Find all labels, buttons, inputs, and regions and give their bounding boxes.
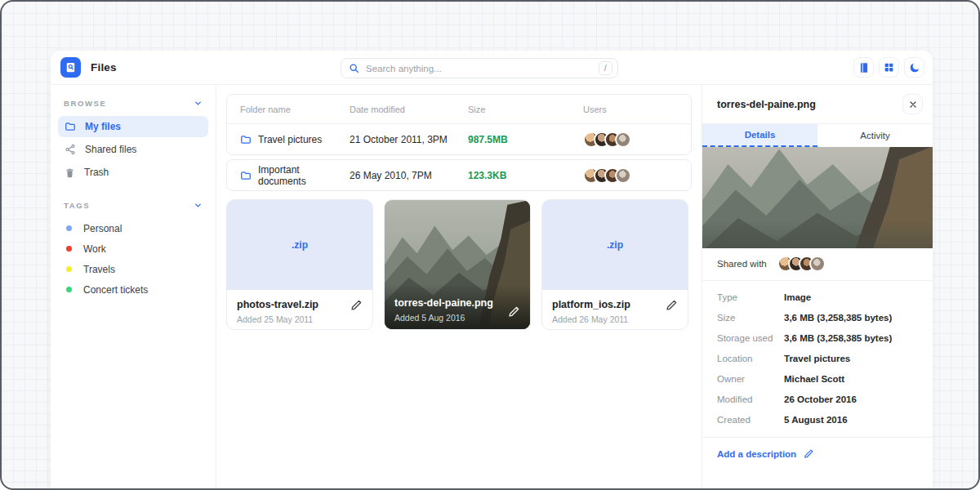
grid-view-button[interactable] [879, 57, 899, 78]
search-shortcut-key: / [599, 61, 612, 75]
tab-activity[interactable]: Activity [817, 124, 933, 147]
pencil-icon [350, 299, 363, 311]
dark-mode-button[interactable] [904, 57, 924, 78]
folder-size: 987.5MB [468, 134, 583, 145]
tag-item-travels[interactable]: Travels [58, 259, 208, 279]
search-placeholder: Search anything... [366, 64, 592, 74]
zip-badge: .zip [292, 239, 308, 251]
file-added-date: Added 5 Aug 2016 [394, 313, 493, 323]
table-row[interactable]: Travel pictures 21 October 2011, 3PM 987… [227, 124, 691, 154]
pencil-icon [804, 448, 814, 459]
app-logo-icon [60, 57, 81, 78]
sidebar-item-trash[interactable]: Trash [58, 162, 208, 183]
tag-label: Travels [83, 264, 115, 275]
tag-dot [66, 266, 72, 272]
topbar-actions [853, 57, 924, 78]
col-header-date-modified: Date modified [350, 105, 468, 114]
zip-thumbnail: .zip [542, 200, 688, 290]
file-card-torres-del-paine[interactable]: torres-del-paine.png Added 5 Aug 2016 [384, 199, 531, 330]
close-icon [908, 100, 918, 109]
edit-button[interactable] [666, 299, 678, 311]
details-panel: torres-del-paine.png Details Activity [702, 85, 933, 490]
chevron-down-icon [194, 99, 203, 108]
trash-icon [65, 167, 75, 178]
folder-name: Travel pictures [258, 134, 322, 145]
shared-avatars [777, 256, 826, 272]
file-name: photos-travel.zip [237, 299, 363, 310]
sidebar-item-label: Shared files [85, 144, 136, 155]
tag-item-personal[interactable]: Personal [58, 218, 208, 238]
date-modified: 26 May 2010, 7PM [350, 170, 468, 181]
tag-label: Personal [83, 223, 122, 234]
sidebar-item-my-files[interactable]: My files [58, 116, 208, 137]
file-name: platform_ios.zip [552, 299, 678, 310]
avatar [809, 256, 826, 272]
browse-section-header[interactable]: BROWSE [58, 92, 208, 116]
avatar [615, 131, 631, 148]
detail-row-size: Size 3,6 MB (3,258,385 bytes) [717, 307, 918, 327]
tag-dot [66, 246, 72, 252]
share-icon [65, 144, 76, 155]
date-modified: 21 October 2011, 3PM [350, 134, 468, 145]
chevron-down-icon [194, 201, 203, 210]
file-preview-image [702, 147, 933, 248]
shared-with-label: Shared with [717, 259, 767, 269]
file-card-photos-travel[interactable]: .zip photos-travel.zip Added 25 May 2011 [226, 199, 373, 330]
search-input[interactable]: Search anything... / [341, 58, 618, 78]
grid-icon [884, 62, 894, 73]
tag-dot [66, 225, 72, 231]
sidebar-item-label: Trash [84, 167, 109, 178]
tag-item-concert-tickets[interactable]: Concert tickets [58, 279, 208, 300]
topbar: Files Search anything... / [51, 51, 933, 85]
browse-section-label: BROWSE [64, 99, 106, 108]
avatar [615, 167, 631, 184]
detail-row-storage-used: Storage used 3,6 MB (3,258,385 bytes) [717, 327, 918, 348]
tab-details[interactable]: Details [702, 124, 817, 147]
search-icon [349, 63, 359, 74]
edit-button[interactable] [350, 299, 363, 311]
detail-row-location: Location Travel pictures [717, 348, 918, 368]
folder-icon [65, 121, 76, 132]
file-cards-grid: .zip photos-travel.zip Added 25 May 2011 [226, 199, 692, 330]
files-app-window: Files Search anything... / BROWSE [51, 51, 933, 490]
detail-row-owner: Owner Michael Scott [717, 368, 918, 389]
tag-item-work[interactable]: Work [58, 238, 208, 259]
close-panel-button[interactable] [902, 94, 923, 114]
table-row[interactable]: Important documents 26 May 2010, 7PM 123… [227, 160, 691, 190]
tag-label: Concert tickets [83, 284, 148, 296]
col-header-size: Size [468, 105, 583, 114]
folder-icon [240, 170, 252, 181]
desktop-background: Files Search anything... / BROWSE [0, 0, 980, 490]
file-card-platform-ios[interactable]: .zip platform_ios.zip Added 26 May 2011 [541, 199, 688, 330]
sidebar-item-shared-files[interactable]: Shared files [58, 139, 208, 160]
pencil-icon [508, 305, 520, 318]
detail-row-created: Created 5 August 2016 [717, 409, 918, 430]
pencil-icon [666, 299, 678, 311]
detail-row-type: Type Image [717, 287, 918, 307]
file-name: torres-del-paine.png [394, 297, 493, 309]
panel-tabs: Details Activity [702, 124, 933, 147]
table-header-row: Folder name Date modified Size Users [227, 95, 691, 124]
tags-section-header[interactable]: TAGS [58, 194, 208, 218]
folder-size: 123.3KB [468, 170, 583, 181]
zip-badge: .zip [607, 239, 623, 251]
notebook-button[interactable] [853, 57, 874, 78]
user-avatars [583, 167, 678, 184]
file-details-list: Type Image Size 3,6 MB (3,258,385 bytes)… [702, 281, 933, 437]
moon-icon [909, 62, 920, 74]
main-content: Folder name Date modified Size Users Tra… [216, 85, 702, 490]
folder-name: Important documents [258, 164, 350, 187]
detail-row-modified: Modified 26 October 2016 [717, 389, 918, 409]
zip-thumbnail: .zip [227, 200, 372, 290]
col-header-folder-name: Folder name [240, 105, 350, 114]
add-description-button[interactable]: Add a description [702, 437, 933, 470]
panel-title: torres-del-paine.png [717, 99, 816, 110]
sidebar-item-label: My files [85, 121, 121, 132]
edit-button[interactable] [508, 305, 520, 318]
tag-label: Work [83, 243, 106, 255]
folder-table: Folder name Date modified Size Users Tra… [226, 94, 692, 155]
col-header-users: Users [583, 105, 678, 114]
sidebar: BROWSE My files Shared files Trash TAGS [51, 85, 216, 490]
user-avatars [583, 131, 678, 148]
app-title: Files [91, 61, 117, 74]
